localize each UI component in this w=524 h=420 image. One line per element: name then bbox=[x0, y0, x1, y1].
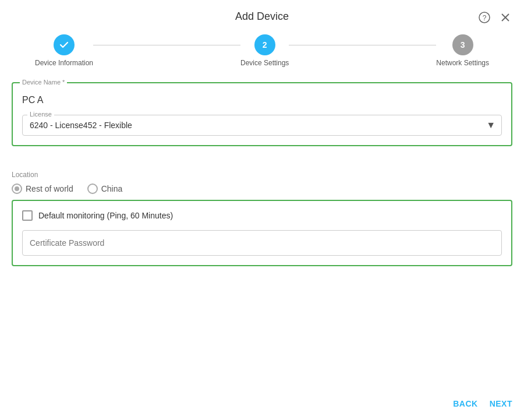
license-label: License bbox=[27, 111, 54, 118]
close-button[interactable] bbox=[498, 10, 512, 24]
step-1: Device Information bbox=[35, 34, 93, 67]
step-1-circle bbox=[54, 34, 75, 55]
back-button[interactable]: BACK bbox=[453, 399, 477, 408]
device-license-section: Device Name * License 6240 - License452 … bbox=[12, 82, 512, 146]
step-connector-2 bbox=[289, 45, 436, 45]
top-form-section: Device Name * License 6240 - License452 … bbox=[0, 76, 524, 167]
license-wrapper: License 6240 - License452 - Flexible ▼ bbox=[22, 115, 502, 136]
step-3-label: Network Settings bbox=[436, 59, 489, 67]
stepper: Device Information 2 Device Settings 3 N… bbox=[0, 29, 524, 76]
radio-rest-of-world[interactable]: Rest of world bbox=[12, 183, 73, 194]
step-1-label: Device Information bbox=[35, 59, 93, 67]
next-button[interactable]: NEXT bbox=[490, 399, 512, 408]
dialog-title: Add Device bbox=[235, 10, 289, 23]
cert-password-input[interactable] bbox=[30, 238, 494, 248]
monitoring-checkbox[interactable] bbox=[22, 210, 33, 221]
footer: BACK NEXT bbox=[453, 399, 512, 408]
step-3: 3 Network Settings bbox=[436, 34, 489, 67]
radio-group: Rest of world China bbox=[12, 183, 512, 194]
step-2: 2 Device Settings bbox=[240, 34, 289, 67]
monitoring-checkbox-row: Default monitoring (Ping, 60 Minutes) bbox=[22, 210, 502, 221]
step-2-circle: 2 bbox=[254, 34, 275, 55]
device-name-label: Device Name * bbox=[20, 79, 67, 86]
step-3-circle: 3 bbox=[452, 34, 473, 55]
location-section: Location Rest of world China bbox=[0, 167, 524, 200]
dialog-header: Add Device ? bbox=[0, 0, 524, 29]
header-icons: ? bbox=[477, 10, 512, 24]
location-label: Location bbox=[12, 171, 512, 179]
cert-password-wrapper bbox=[22, 230, 502, 256]
radio-china-label: China bbox=[101, 184, 123, 193]
svg-text:?: ? bbox=[483, 14, 487, 22]
radio-china-circle bbox=[87, 183, 98, 194]
license-select[interactable]: 6240 - License452 - Flexible bbox=[30, 121, 494, 130]
monitoring-checkbox-label: Default monitoring (Ping, 60 Minutes) bbox=[38, 211, 173, 220]
radio-rest-of-world-circle bbox=[12, 183, 22, 194]
step-connector-1 bbox=[93, 45, 240, 45]
step-2-label: Device Settings bbox=[240, 59, 289, 67]
help-button[interactable]: ? bbox=[477, 10, 491, 24]
radio-china[interactable]: China bbox=[87, 183, 123, 194]
device-name-input[interactable] bbox=[22, 93, 502, 108]
radio-rest-of-world-label: Rest of world bbox=[26, 184, 73, 193]
monitoring-section: Default monitoring (Ping, 60 Minutes) bbox=[12, 200, 512, 266]
